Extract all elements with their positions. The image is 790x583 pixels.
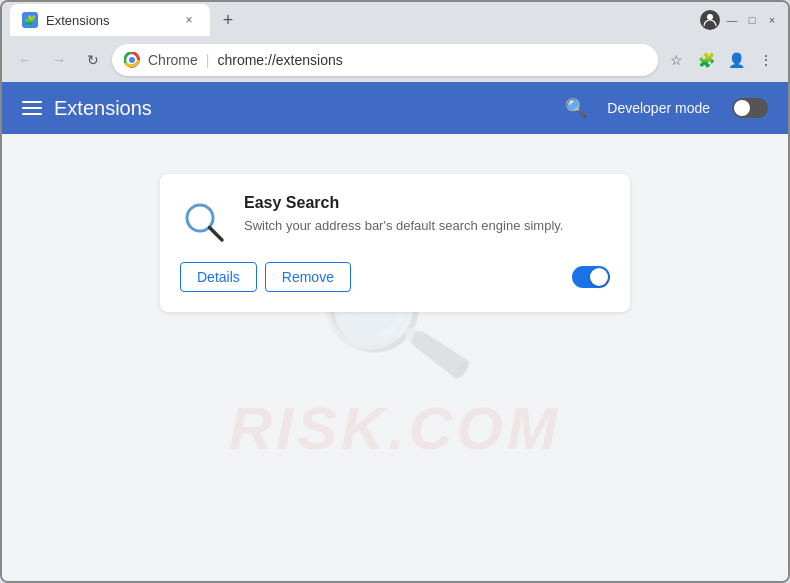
nav-bar: ← → ↻ Chrome | chrome://extensions ☆ 🧩 bbox=[2, 38, 788, 82]
title-bar-left: 🧩 Extensions × + bbox=[10, 4, 700, 36]
watermark-text: RISK.COM bbox=[229, 394, 561, 463]
remove-button[interactable]: Remove bbox=[265, 262, 351, 292]
extension-name: Easy Search bbox=[244, 194, 610, 212]
main-content: 🔍 RISK.COM Easy Search Switch your addre… bbox=[2, 134, 788, 581]
forward-icon: → bbox=[52, 52, 66, 68]
nav-icons-right: ☆ 🧩 👤 ⋮ bbox=[662, 46, 780, 74]
kebab-menu-icon: ⋮ bbox=[759, 52, 773, 68]
reload-button[interactable]: ↻ bbox=[78, 45, 108, 75]
svg-point-0 bbox=[707, 14, 713, 20]
profile-dropdown-title[interactable] bbox=[700, 10, 720, 30]
developer-mode-toggle-knob bbox=[734, 100, 750, 116]
hamburger-menu-button[interactable] bbox=[22, 101, 42, 115]
profile-icon: 👤 bbox=[728, 52, 745, 68]
extension-toggle[interactable] bbox=[572, 266, 610, 288]
bookmark-button[interactable]: ☆ bbox=[662, 46, 690, 74]
chrome-label: Chrome bbox=[148, 52, 198, 68]
extension-card: Easy Search Switch your address bar's de… bbox=[160, 174, 630, 312]
address-url: chrome://extensions bbox=[217, 52, 342, 68]
minimize-button[interactable]: — bbox=[724, 12, 740, 28]
forward-button[interactable]: → bbox=[44, 45, 74, 75]
extension-toggle-knob bbox=[590, 268, 608, 286]
address-divider: | bbox=[206, 52, 210, 68]
new-tab-button[interactable]: + bbox=[214, 6, 242, 34]
menu-button[interactable]: ⋮ bbox=[752, 46, 780, 74]
tab-close-button[interactable]: × bbox=[180, 11, 198, 29]
details-button[interactable]: Details bbox=[180, 262, 257, 292]
profile-button[interactable]: 👤 bbox=[722, 46, 750, 74]
chrome-logo-icon bbox=[124, 52, 140, 68]
extensions-header: Extensions 🔍 Developer mode bbox=[2, 82, 788, 134]
tab-title: Extensions bbox=[46, 13, 172, 28]
browser-tab[interactable]: 🧩 Extensions × bbox=[10, 4, 210, 36]
extensions-button[interactable]: 🧩 bbox=[692, 46, 720, 74]
reload-icon: ↻ bbox=[87, 52, 99, 68]
extension-info: Easy Search Switch your address bar's de… bbox=[244, 194, 610, 236]
tab-icon: 🧩 bbox=[22, 12, 38, 28]
extension-icon bbox=[180, 198, 228, 246]
maximize-button[interactable]: □ bbox=[744, 12, 760, 28]
developer-mode-label: Developer mode bbox=[607, 100, 710, 116]
extension-card-bottom: Details Remove bbox=[180, 262, 610, 292]
extensions-header-title: Extensions bbox=[54, 97, 553, 120]
extension-card-top: Easy Search Switch your address bar's de… bbox=[180, 194, 610, 246]
close-button[interactable]: × bbox=[764, 12, 780, 28]
svg-line-4 bbox=[210, 228, 223, 241]
bookmark-icon: ☆ bbox=[670, 52, 683, 68]
back-icon: ← bbox=[18, 52, 32, 68]
title-bar: 🧩 Extensions × + — □ × bbox=[2, 2, 788, 38]
extensions-icon: 🧩 bbox=[698, 52, 715, 68]
header-search-icon[interactable]: 🔍 bbox=[565, 97, 587, 119]
developer-mode-toggle[interactable] bbox=[732, 98, 768, 118]
title-bar-controls: — □ × bbox=[700, 10, 780, 30]
svg-point-2 bbox=[129, 57, 135, 63]
extension-description: Switch your address bar's default search… bbox=[244, 216, 610, 236]
back-button[interactable]: ← bbox=[10, 45, 40, 75]
address-bar[interactable]: Chrome | chrome://extensions bbox=[112, 44, 658, 76]
